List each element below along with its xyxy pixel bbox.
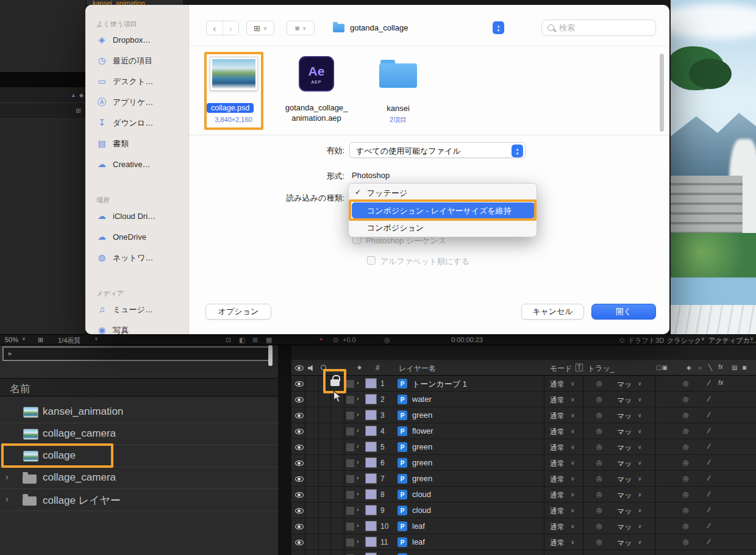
- track-matte-pickwhip-icon[interactable]: ◎: [596, 538, 602, 546]
- frame-blend-icon[interactable]: ☼: [697, 364, 703, 371]
- sidebar-item[interactable]: ♫ ミュージ…: [85, 304, 188, 325]
- parent-pickwhip-icon[interactable]: ◎: [683, 538, 689, 546]
- parent-pickwhip-icon[interactable]: ◎: [683, 379, 689, 387]
- eye-icon[interactable]: [295, 445, 304, 450]
- disclosure-icon[interactable]: ›: [5, 472, 9, 482]
- mask-toggle-icon[interactable]: ◧: [239, 336, 245, 344]
- blend-mode-select[interactable]: 通常: [550, 427, 565, 437]
- track-matte-pickwhip-icon[interactable]: ◎: [596, 379, 602, 387]
- sidebar-item[interactable]: ☁ iCloud Dri…: [85, 211, 188, 232]
- switch-cell[interactable]: [346, 459, 354, 467]
- blend-mode-select[interactable]: 通常: [550, 490, 565, 501]
- file-aep-icon[interactable]: Ae AEP: [299, 56, 334, 91]
- sidebar-item[interactable]: ↧ ダウンロ…: [85, 118, 188, 138]
- switch-cell[interactable]: [346, 523, 354, 531]
- shy-icon[interactable]: ▢▣: [656, 364, 668, 371]
- sidebar-item[interactable]: ◷ 最近の項目: [85, 56, 188, 76]
- blend-mode-select[interactable]: 通常: [550, 506, 565, 517]
- layer-name[interactable]: water: [412, 395, 432, 404]
- cancel-button[interactable]: キャンセル: [521, 304, 584, 320]
- label-color-chip[interactable]: [365, 410, 377, 420]
- icon-view-button[interactable]: ⊞ ∨: [246, 21, 274, 35]
- parent-pickwhip-icon[interactable]: ◎: [683, 395, 689, 403]
- disclosure-icon[interactable]: ›: [357, 506, 359, 513]
- alphabetical-checkbox[interactable]: [367, 256, 376, 265]
- audio-column-icon[interactable]: [308, 365, 315, 371]
- eye-icon[interactable]: [295, 429, 304, 434]
- track-matte-select[interactable]: マッ: [617, 474, 632, 485]
- track-matte-select[interactable]: マッ: [617, 490, 632, 501]
- sidebar-item[interactable]: ◉ 写真: [85, 325, 188, 334]
- adjustment-layer-icon[interactable]: ▤: [732, 364, 737, 371]
- parent-pickwhip-icon[interactable]: ◎: [683, 474, 689, 482]
- eye-icon[interactable]: [295, 508, 304, 514]
- exposure-value[interactable]: +0.0: [343, 336, 356, 343]
- label-color-chip[interactable]: [365, 426, 377, 436]
- disclosure-icon[interactable]: ›: [357, 537, 359, 545]
- blend-mode-select[interactable]: 通常: [550, 459, 565, 469]
- blend-mode-select[interactable]: 通常: [550, 474, 565, 485]
- track-matte-select[interactable]: マッ: [617, 506, 632, 517]
- eye-icon[interactable]: [295, 476, 304, 482]
- switch-cell[interactable]: [346, 396, 354, 404]
- layer-name[interactable]: cloud: [412, 506, 431, 515]
- file-psd-thumbnail[interactable]: [210, 57, 257, 90]
- track-matte-select[interactable]: マッ: [617, 395, 632, 406]
- label-color-chip[interactable]: [365, 394, 377, 404]
- layer-name-column-header[interactable]: レイヤー名: [399, 363, 436, 374]
- layer-name[interactable]: leaf: [412, 521, 425, 531]
- effects-icon[interactable]: fx: [718, 363, 723, 370]
- layer-name[interactable]: green: [412, 442, 432, 451]
- parent-pickwhip-icon[interactable]: ◎: [683, 411, 689, 419]
- resolution-select[interactable]: 1/4画質: [58, 336, 80, 345]
- eye-icon[interactable]: [295, 492, 304, 498]
- timeline-layer-row[interactable]: › 1 P トーンカーブ 1 通常 ∨ ◎ マッ ∨ ◎ ∕ fx: [291, 376, 756, 392]
- switch-cell[interactable]: [346, 428, 354, 435]
- forward-button[interactable]: ›: [223, 21, 239, 35]
- file-list-scrollbar[interactable]: [660, 54, 664, 132]
- eye-icon[interactable]: [295, 460, 304, 466]
- timeline-layer-row[interactable]: › 11 P leaf 通常 ∨ ◎ マッ ∨ ◎ ∕: [291, 534, 756, 550]
- eye-icon[interactable]: [295, 381, 304, 387]
- search-input[interactable]: [559, 23, 638, 32]
- label-color-chip[interactable]: [365, 537, 377, 547]
- sidebar-item[interactable]: ☁ Creative…: [85, 159, 188, 180]
- layer-name[interactable]: leaf: [412, 537, 425, 546]
- layer-name[interactable]: green: [412, 458, 432, 467]
- track-matte-pickwhip-icon[interactable]: ◎: [596, 522, 602, 530]
- sort-asc-icon[interactable]: ▲: [71, 92, 76, 98]
- track-matte-select[interactable]: マッ: [617, 522, 632, 532]
- sidebar-item[interactable]: ▤ 書類: [85, 138, 188, 159]
- renderer-select[interactable]: ドラフト3D: [628, 336, 664, 345]
- switch-cell[interactable]: [346, 491, 354, 499]
- project-item-row[interactable]: › kansei_animation: [0, 401, 278, 423]
- timeline-layer-row[interactable]: › 6 P green 通常 ∨ ◎ マッ ∨ ◎ ∕: [291, 455, 756, 471]
- collapse-transformations-icon[interactable]: ◈: [686, 364, 691, 371]
- eye-icon[interactable]: [295, 413, 304, 418]
- transparency-grid-icon[interactable]: ▦: [266, 336, 272, 344]
- eye-icon[interactable]: [295, 540, 304, 545]
- blend-mode-select[interactable]: 通常: [550, 538, 565, 548]
- solo-column-icon[interactable]: [321, 365, 326, 370]
- sidebar-item[interactable]: Ⓐ アプリケ…: [85, 97, 188, 118]
- disclosure-icon[interactable]: ›: [357, 474, 359, 481]
- blend-mode-select[interactable]: 通常: [550, 395, 565, 406]
- label-color-chip[interactable]: [365, 505, 377, 515]
- track-matte-pickwhip-icon[interactable]: ◎: [596, 443, 602, 451]
- track-matte-pickwhip-icon[interactable]: ◎: [596, 395, 602, 403]
- project-scrollbar[interactable]: [268, 345, 273, 366]
- threed-layer-icon[interactable]: ◙: [743, 364, 746, 371]
- track-matte-pickwhip-icon[interactable]: ◎: [596, 474, 602, 482]
- snapshot-camera-icon[interactable]: ◎: [384, 336, 390, 344]
- track-matte-select[interactable]: マッ: [617, 538, 632, 548]
- label-color-chip[interactable]: [365, 521, 377, 531]
- switch-cell[interactable]: [346, 539, 354, 546]
- track-matte-pickwhip-icon[interactable]: ◎: [596, 506, 602, 514]
- track-matte-select[interactable]: マッ: [617, 411, 632, 421]
- sidebar-item[interactable]: ◍ ネットワ…: [85, 252, 188, 273]
- sidebar-item[interactable]: ▭ デスクト…: [85, 76, 188, 97]
- layer-name[interactable]: green: [412, 474, 432, 483]
- blend-mode-select[interactable]: 通常: [550, 411, 565, 421]
- switch-cell[interactable]: [346, 380, 354, 388]
- draft-select[interactable]: クラシック: [667, 336, 701, 345]
